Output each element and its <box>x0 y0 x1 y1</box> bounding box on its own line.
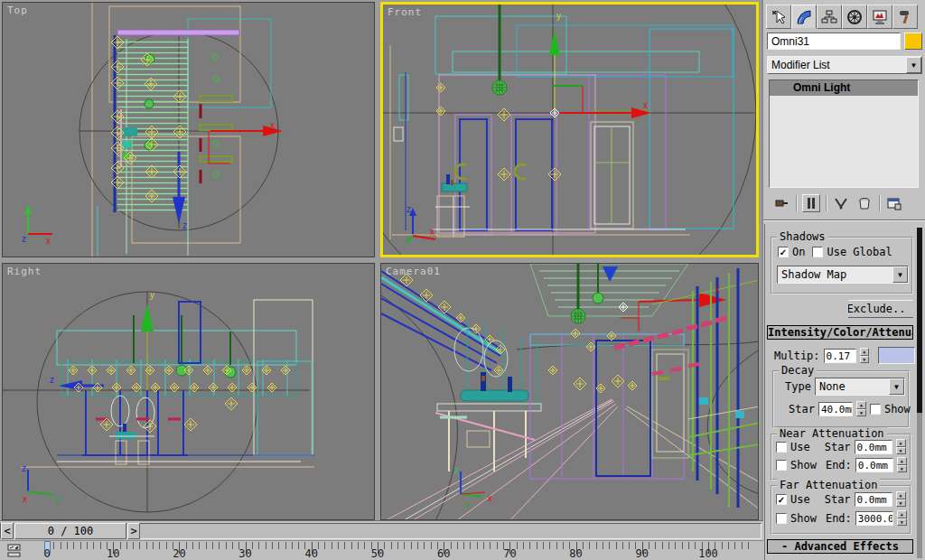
previous-frame-button[interactable]: < <box>1 523 14 539</box>
spin-down-icon[interactable]: ▼ <box>897 518 907 527</box>
far-end-field[interactable]: 3000.0mm <box>855 511 893 526</box>
near-end-field[interactable]: 0.0mm <box>855 458 893 472</box>
frame-number: 40 <box>305 547 318 560</box>
axis-label-x: x <box>23 494 27 504</box>
viewport-top-label[interactable]: Top <box>7 5 28 16</box>
spin-down-icon[interactable]: ▼ <box>856 409 866 417</box>
use-global-label: Use Global <box>827 246 892 258</box>
multiplier-field[interactable]: 0.17 <box>824 349 856 363</box>
chevron-down-icon[interactable]: ▼ <box>906 57 921 73</box>
far-end-spinner[interactable]: ▲ ▼ <box>897 510 907 526</box>
near-show-checkbox[interactable] <box>776 460 787 471</box>
modifier-list-dropdown[interactable]: Modifier List ▼ <box>767 56 922 74</box>
axis-label-y: y <box>150 290 154 300</box>
shadows-on-checkbox[interactable]: ✓ <box>778 247 789 257</box>
modifier-stack[interactable]: Omni Light <box>769 79 919 188</box>
viewport-front-canvas[interactable]: z x y x <box>383 5 756 255</box>
spin-up-icon[interactable]: ▲ <box>856 401 866 409</box>
tab-hierarchy[interactable] <box>817 5 842 29</box>
hierarchy-tree-icon <box>821 9 837 25</box>
time-slider-button[interactable]: 0 / 100 <box>14 523 126 539</box>
object-name-input[interactable]: Omni31 <box>767 33 901 50</box>
decay-show-checkbox[interactable] <box>870 404 881 415</box>
spin-down-icon[interactable]: ▼ <box>860 356 869 364</box>
spin-up-icon[interactable]: ▲ <box>897 510 907 518</box>
shadows-on-label: On <box>792 246 805 258</box>
viewport-area: Top <box>0 0 763 520</box>
configure-modifier-sets-icon[interactable] <box>885 194 903 212</box>
far-start-label: Star <box>825 493 851 506</box>
spin-up-icon[interactable]: ▲ <box>896 439 906 447</box>
light-color-swatch[interactable] <box>878 347 915 364</box>
spin-down-icon[interactable]: ▼ <box>897 465 907 473</box>
tab-motion[interactable] <box>842 5 867 29</box>
light-parameters: Shadows ✓ On Use Global Shadow Map ▼ Exc… <box>764 224 918 560</box>
axis-label-x: x <box>46 236 51 246</box>
far-show-checkbox[interactable] <box>776 513 787 524</box>
decay-group: Decay Type None ▼ Star 40.0mm ▲ ▼ <box>772 370 910 428</box>
frame-number: 80 <box>569 547 582 560</box>
chevron-down-icon[interactable]: ▼ <box>889 378 904 395</box>
front-axis-tripod: z x <box>406 204 435 243</box>
viewport-camera[interactable]: Camera01 <box>380 263 759 520</box>
intensity-rollout-header[interactable]: Intensity/Color/Attenuation <box>767 325 913 340</box>
near-end-spinner[interactable]: ▲ ▼ <box>897 457 907 472</box>
frame-number: 10 <box>107 547 119 560</box>
frame-number: 60 <box>437 547 450 560</box>
decay-start-field[interactable]: 40.0mm <box>818 402 853 416</box>
near-start-field[interactable]: 0.0mm <box>855 440 892 454</box>
spin-up-icon[interactable]: ▲ <box>897 457 907 465</box>
viewport-right-canvas[interactable]: z x y y z <box>3 264 375 520</box>
viewport-camera-label[interactable]: Camera01 <box>386 266 441 277</box>
remove-modifier-icon[interactable] <box>855 194 874 212</box>
decay-type-dropdown[interactable]: None ▼ <box>815 378 905 396</box>
far-use-checkbox[interactable]: ✓ <box>776 494 787 505</box>
chevron-down-icon[interactable]: ▼ <box>892 266 908 283</box>
spin-down-icon[interactable]: ▼ <box>896 499 906 508</box>
viewport-top-canvas[interactable]: z x x z <box>3 3 375 257</box>
near-use-checkbox[interactable] <box>776 442 787 453</box>
shadows-group-title: Shadows <box>777 230 828 243</box>
tab-create[interactable] <box>766 5 791 29</box>
make-unique-icon[interactable] <box>832 194 850 212</box>
show-end-result-icon[interactable] <box>802 194 820 212</box>
track-bar[interactable]: 0102030405060708090100 <box>0 540 763 560</box>
near-start-label: Star <box>825 441 851 453</box>
spin-down-icon[interactable]: ▼ <box>896 447 906 455</box>
viewport-right-label[interactable]: Right <box>7 266 42 277</box>
next-frame-button[interactable]: > <box>127 523 140 539</box>
spin-up-icon[interactable]: ▲ <box>860 348 869 356</box>
viewport-right[interactable]: Right <box>2 263 375 520</box>
shadow-type-dropdown[interactable]: Shadow Map ▼ <box>777 266 909 284</box>
exclude-button[interactable]: Exclude.. <box>848 300 913 318</box>
pin-stack-icon[interactable] <box>772 194 790 212</box>
decay-start-label: Star <box>789 403 815 415</box>
viewport-camera-canvas[interactable]: z y x x <box>381 264 759 520</box>
tab-display[interactable] <box>867 5 892 29</box>
panel-scrollbar-thumb[interactable] <box>917 228 922 413</box>
axis-label-y: y <box>465 499 470 509</box>
shadow-type-value: Shadow Map <box>778 266 892 283</box>
tab-utilities[interactable] <box>892 5 918 29</box>
advanced-effects-rollout-header[interactable]: - Advanced Effects <box>767 539 913 554</box>
toolbar-separator <box>796 195 797 211</box>
viewport-top[interactable]: Top <box>2 2 375 257</box>
modifier-stack-selected-row[interactable]: Omni Light <box>770 80 918 96</box>
toolbar-separator <box>826 195 827 211</box>
use-global-checkbox[interactable] <box>812 247 823 257</box>
far-start-field[interactable]: 0.0mm <box>855 492 892 507</box>
tab-modify[interactable] <box>791 5 817 29</box>
panel-divider <box>763 219 925 221</box>
decay-type-label: Type <box>785 380 811 393</box>
spin-up-icon[interactable]: ▲ <box>896 491 906 499</box>
mini-curve-editor-button[interactable] <box>7 544 23 560</box>
object-color-swatch[interactable] <box>904 33 922 50</box>
near-start-spinner[interactable]: ▲ ▼ <box>896 439 906 454</box>
viewport-front-label[interactable]: Front <box>388 6 422 18</box>
far-start-spinner[interactable]: ▲ ▼ <box>896 491 906 507</box>
panel-scrollbar[interactable] <box>917 228 922 558</box>
create-arrow-icon <box>771 9 787 25</box>
multiplier-spinner[interactable]: ▲ ▼ <box>860 348 869 363</box>
viewport-front[interactable]: Front <box>380 2 759 257</box>
decay-start-spinner[interactable]: ▲ ▼ <box>856 401 866 416</box>
